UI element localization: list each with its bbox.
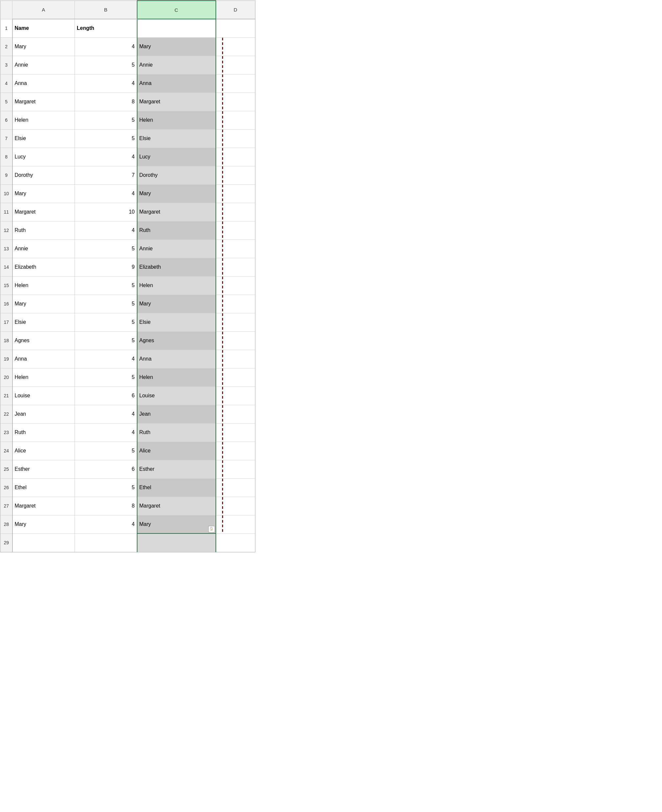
col-header-d[interactable]: D bbox=[216, 1, 255, 19]
row-header-28: 28 bbox=[1, 515, 13, 534]
dashed-border-indicator bbox=[222, 405, 223, 423]
cell-a-17[interactable]: Elsie bbox=[13, 313, 75, 331]
cell-a-2[interactable]: Mary bbox=[13, 37, 75, 56]
cell-c-4[interactable]: Anna bbox=[137, 74, 216, 93]
cell-a-16[interactable]: Mary bbox=[13, 294, 75, 313]
cell-a-12[interactable]: Ruth bbox=[13, 221, 75, 240]
cell-c-8[interactable]: Lucy bbox=[137, 148, 216, 166]
cell-b-22[interactable]: 4 bbox=[75, 405, 137, 423]
cell-a-10[interactable]: Mary bbox=[13, 184, 75, 203]
cell-b-18[interactable]: 5 bbox=[75, 331, 137, 350]
cell-c-20[interactable]: Helen bbox=[137, 368, 216, 386]
cell-a-28[interactable]: Mary bbox=[13, 515, 75, 534]
cell-b-11[interactable]: 10 bbox=[75, 203, 137, 221]
col-header-a[interactable]: A bbox=[13, 1, 75, 19]
cell-b-5[interactable]: 8 bbox=[75, 93, 137, 111]
cell-b-7[interactable]: 5 bbox=[75, 129, 137, 148]
cell-d-22 bbox=[216, 405, 255, 423]
cell-a-11[interactable]: Margaret bbox=[13, 203, 75, 221]
cell-b-10[interactable]: 4 bbox=[75, 184, 137, 203]
cell-b-27[interactable]: 8 bbox=[75, 497, 137, 515]
cell-a-19[interactable]: Anna bbox=[13, 350, 75, 368]
cell-b-20[interactable]: 5 bbox=[75, 368, 137, 386]
col-header-b[interactable]: B bbox=[75, 1, 137, 19]
cell-c-29[interactable] bbox=[137, 534, 216, 552]
cell-c-21[interactable]: Louise bbox=[137, 386, 216, 405]
cell-b-25[interactable]: 6 bbox=[75, 460, 137, 478]
cell-c-22[interactable]: Jean bbox=[137, 405, 216, 423]
cell-b-1[interactable]: Length bbox=[75, 19, 137, 37]
cell-c-28[interactable]: Mary bbox=[137, 515, 216, 534]
cell-a-4[interactable]: Anna bbox=[13, 74, 75, 93]
cell-c-18[interactable]: Agnes bbox=[137, 331, 216, 350]
cell-a-9[interactable]: Dorothy bbox=[13, 166, 75, 184]
cell-a-26[interactable]: Ethel bbox=[13, 478, 75, 497]
cell-a-27[interactable]: Margaret bbox=[13, 497, 75, 515]
cell-b-3[interactable]: 5 bbox=[75, 56, 137, 74]
cell-b-9[interactable]: 7 bbox=[75, 166, 137, 184]
cell-a-13[interactable]: Annie bbox=[13, 240, 75, 258]
cell-b-8[interactable]: 4 bbox=[75, 148, 137, 166]
cell-a-6[interactable]: Helen bbox=[13, 111, 75, 129]
cell-c-9[interactable]: Dorothy bbox=[137, 166, 216, 184]
cell-c-5[interactable]: Margaret bbox=[137, 93, 216, 111]
cell-c-25[interactable]: Esther bbox=[137, 460, 216, 478]
cell-c-3[interactable]: Annie bbox=[137, 56, 216, 74]
cell-b-23[interactable]: 4 bbox=[75, 423, 137, 442]
cell-c-19[interactable]: Anna bbox=[137, 350, 216, 368]
cell-d-12 bbox=[216, 221, 255, 240]
cell-a-7[interactable]: Elsie bbox=[13, 129, 75, 148]
cell-c-14[interactable]: Elizabeth bbox=[137, 258, 216, 276]
cell-b-28[interactable]: 4 bbox=[75, 515, 137, 534]
cell-b-24[interactable]: 5 bbox=[75, 442, 137, 460]
cell-b-17[interactable]: 5 bbox=[75, 313, 137, 331]
cell-b-6[interactable]: 5 bbox=[75, 111, 137, 129]
col-header-c[interactable]: C bbox=[137, 1, 216, 19]
cell-a-20[interactable]: Helen bbox=[13, 368, 75, 386]
cell-b-16[interactable]: 5 bbox=[75, 294, 137, 313]
cell-b-2[interactable]: 4 bbox=[75, 37, 137, 56]
cell-a-8[interactable]: Lucy bbox=[13, 148, 75, 166]
cell-a-29[interactable] bbox=[13, 534, 75, 552]
cell-b-29[interactable] bbox=[75, 534, 137, 552]
cell-c-16[interactable]: Mary bbox=[137, 294, 216, 313]
cell-a-21[interactable]: Louise bbox=[13, 386, 75, 405]
cell-c-6[interactable]: Helen bbox=[137, 111, 216, 129]
cell-b-14[interactable]: 9 bbox=[75, 258, 137, 276]
cell-d-17 bbox=[216, 313, 255, 331]
cell-b-13[interactable]: 5 bbox=[75, 240, 137, 258]
cell-a-1[interactable]: Name bbox=[13, 19, 75, 37]
cell-a-15[interactable]: Helen bbox=[13, 276, 75, 294]
svg-rect-1 bbox=[210, 527, 212, 528]
cell-b-15[interactable]: 5 bbox=[75, 276, 137, 294]
cell-d-10 bbox=[216, 184, 255, 203]
cell-a-23[interactable]: Ruth bbox=[13, 423, 75, 442]
cell-c-15[interactable]: Helen bbox=[137, 276, 216, 294]
cell-b-21[interactable]: 6 bbox=[75, 386, 137, 405]
cell-a-22[interactable]: Jean bbox=[13, 405, 75, 423]
cell-c-17[interactable]: Elsie bbox=[137, 313, 216, 331]
cell-c-11[interactable]: Margaret bbox=[137, 203, 216, 221]
cell-b-19[interactable]: 4 bbox=[75, 350, 137, 368]
cell-a-25[interactable]: Esther bbox=[13, 460, 75, 478]
cell-a-18[interactable]: Agnes bbox=[13, 331, 75, 350]
cell-c-7[interactable]: Elsie bbox=[137, 129, 216, 148]
cell-c-1[interactable] bbox=[137, 19, 216, 37]
cell-c-13[interactable]: Annie bbox=[137, 240, 216, 258]
paste-icon[interactable] bbox=[208, 526, 215, 532]
cell-b-12[interactable]: 4 bbox=[75, 221, 137, 240]
cell-c-10[interactable]: Mary bbox=[137, 184, 216, 203]
cell-a-5[interactable]: Margaret bbox=[13, 93, 75, 111]
cell-c-12[interactable]: Ruth bbox=[137, 221, 216, 240]
cell-b-26[interactable]: 5 bbox=[75, 478, 137, 497]
cell-c-2[interactable]: Mary bbox=[137, 37, 216, 56]
cell-c-23[interactable]: Ruth bbox=[137, 423, 216, 442]
dashed-border-indicator bbox=[222, 295, 223, 313]
cell-a-24[interactable]: Alice bbox=[13, 442, 75, 460]
cell-c-24[interactable]: Alice bbox=[137, 442, 216, 460]
cell-b-4[interactable]: 4 bbox=[75, 74, 137, 93]
cell-c-26[interactable]: Ethel bbox=[137, 478, 216, 497]
cell-c-27[interactable]: Margaret bbox=[137, 497, 216, 515]
cell-a-14[interactable]: Elizabeth bbox=[13, 258, 75, 276]
cell-a-3[interactable]: Annie bbox=[13, 56, 75, 74]
